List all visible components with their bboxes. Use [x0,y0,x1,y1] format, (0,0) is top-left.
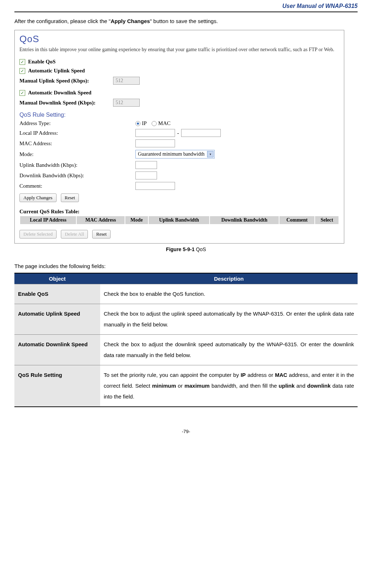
radio-ip-label: IP [142,120,147,126]
col-select: Select [315,216,339,224]
qos-screenshot: QoS Entries in this table improve your o… [14,30,344,244]
desc-auto-downlink: Check the box to adjust the downlink spe… [100,335,358,365]
radio-ip[interactable] [135,121,140,126]
desc-header-object: Object [14,273,100,284]
reset-button[interactable]: Reset [61,193,79,202]
col-downlink: Downlink Bandwidth [210,216,279,224]
mac-address-row: MAC Address: [19,139,339,147]
auto-downlink-checkbox[interactable]: ✓ [19,90,25,96]
obj-qos-rule-setting: QoS Rule Setting [14,365,100,407]
intro-text: After the configuration, please click th… [14,17,358,26]
local-ip-from-input[interactable] [135,129,175,137]
comment-input[interactable] [135,182,175,190]
intro-prefix: After the configuration, please click th… [14,18,111,24]
downlink-bw-input[interactable] [135,172,157,179]
mode-row: Mode: Guaranteed minimum bandwidth ▾ [19,150,339,159]
desc-bold: uplink [279,383,295,389]
manual-downlink-input[interactable]: 512 [113,99,140,107]
col-uplink: Uplink Bandwidth [148,216,210,224]
comment-row: Comment: [19,182,339,190]
intro-suffix: " button to save the settings. [150,18,218,24]
auto-downlink-row: ✓ Automatic Downlink Speed [19,90,339,96]
reset-button-2[interactable]: Reset [92,230,111,239]
mode-select[interactable]: Guaranteed minimum bandwidth ▾ [135,150,215,159]
chevron-down-icon: ▾ [207,151,214,157]
figure-caption-bold: Figure 5-9-1 [166,246,194,252]
downlink-bw-label: Downlink Bandwidth (Kbps): [19,173,135,179]
table-row: Enable QoS Check the box to enable the Q… [14,284,358,304]
rules-table: Local IP Address MAC Address Mode Uplink… [19,215,339,225]
fields-intro: The page includes the following fields: [14,263,358,269]
uplink-bw-label: Uplink Bandwidth (Kbps): [19,162,135,168]
rules-table-header-row: Local IP Address MAC Address Mode Uplink… [20,216,339,224]
qos-description: Entries in this table improve your onlin… [19,46,339,53]
desc-enable-qos: Check the box to enable the QoS function… [100,284,358,304]
header-title: User Manual of WNAP-6315 [14,3,358,9]
col-local-ip: Local IP Address [20,216,76,224]
col-mac: MAC Address [76,216,125,224]
table-row: Automatic Uplink Speed Check the box to … [14,304,358,335]
desc-part: address or [246,372,275,378]
col-comment: Comment [279,216,315,224]
desc-qos-rule-setting: To set the priority rule, you can appoin… [100,365,358,407]
button-row-2: Delete Selected Delete All Reset [19,230,339,239]
desc-bold: downlink [307,383,331,389]
obj-auto-uplink: Automatic Uplink Speed [14,304,100,335]
desc-header-description: Description [100,273,358,284]
ip-range-dash: - [177,130,179,136]
radio-mac-label: MAC [158,120,170,126]
desc-part: bandwidth, and then fill the [210,383,279,389]
enable-qos-label: Enable QoS [28,59,55,65]
desc-bold: IP [241,372,246,378]
rules-table-heading: Current QoS Rules Table: [19,209,339,215]
manual-downlink-row: Manual Downlink Speed (Kbps): 512 [19,99,339,107]
intro-bold: Apply Changes [111,18,150,24]
auto-uplink-checkbox[interactable]: ✓ [19,68,25,74]
description-table: Object Description Enable QoS Check the … [14,273,358,407]
delete-selected-button[interactable]: Delete Selected [19,230,57,239]
desc-part: or [176,383,184,389]
local-ip-to-input[interactable] [181,129,221,137]
local-ip-label: Local IP Address: [19,130,135,136]
qos-title: QoS [19,34,339,45]
obj-enable-qos: Enable QoS [14,284,100,304]
auto-downlink-label: Automatic Downlink Speed [28,90,91,96]
manual-uplink-row: Manual Uplink Speed (Kbps): 512 [19,77,339,85]
table-row: Automatic Downlink Speed Check the box t… [14,335,358,365]
mode-label: Mode: [19,151,135,157]
mac-address-input[interactable] [135,139,175,147]
auto-uplink-label: Automatic Uplink Speed [28,68,85,74]
manual-uplink-input[interactable]: 512 [113,77,140,85]
local-ip-row: Local IP Address: - [19,129,339,137]
delete-all-button[interactable]: Delete All [61,230,88,239]
address-type-row: Address Type: IP MAC [19,120,339,126]
manual-uplink-label: Manual Uplink Speed (Kbps): [19,78,113,84]
enable-qos-checkbox[interactable]: ✓ [19,59,25,65]
desc-bold: maximum [184,383,210,389]
radio-mac[interactable] [152,121,157,126]
figure-caption: Figure 5-9-1 QoS [14,246,358,252]
header-rule [14,12,358,12]
uplink-bw-row: Uplink Bandwidth (Kbps): [19,161,339,169]
qos-rule-setting-heading: QoS Rule Setting: [19,112,339,118]
apply-changes-button[interactable]: Apply Changes [19,193,57,202]
figure-caption-rest: QoS [194,246,206,252]
desc-auto-uplink: Check the box to adjust the uplink speed… [100,304,358,335]
uplink-bw-input[interactable] [135,161,157,169]
table-row: QoS Rule Setting To set the priority rul… [14,365,358,407]
desc-bold: MAC [275,372,287,378]
manual-downlink-label: Manual Downlink Speed (Kbps): [19,100,113,106]
obj-auto-downlink: Automatic Downlink Speed [14,335,100,365]
downlink-bw-row: Downlink Bandwidth (Kbps): [19,172,339,179]
enable-qos-row: ✓ Enable QoS [19,59,339,65]
mode-select-value: Guaranteed minimum bandwidth [138,151,205,157]
comment-label: Comment: [19,183,135,189]
page-number: -79- [14,429,358,434]
col-mode: Mode [125,216,149,224]
address-type-label: Address Type: [19,120,135,126]
desc-table-header: Object Description [14,273,358,284]
auto-uplink-row: ✓ Automatic Uplink Speed [19,68,339,74]
desc-part: To set the priority rule, you can appoin… [104,372,241,378]
desc-bold: minimum [152,383,176,389]
desc-part: and [295,383,307,389]
